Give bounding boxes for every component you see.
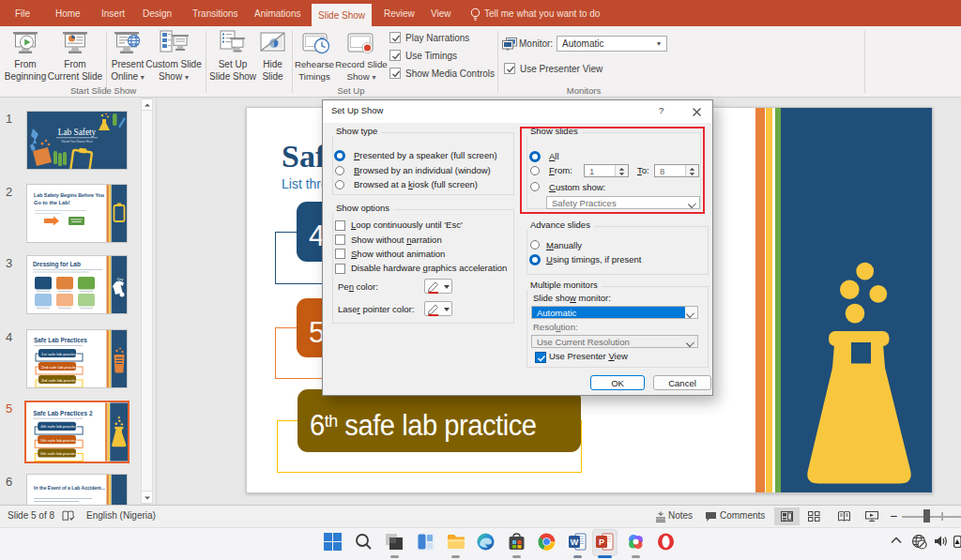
svg-text:Stand You Name Here: Stand You Name Here <box>61 140 93 144</box>
svg-text:2nd safe lab practice: 2nd safe lab practice <box>41 365 79 370</box>
svg-text:Dressing for Lab: Dressing for Lab <box>33 261 81 268</box>
svg-text:P: P <box>599 537 604 547</box>
svg-text:Dry: Dry <box>117 277 123 281</box>
svg-text:5th safe lab practice: 5th safe lab practice <box>40 438 78 443</box>
svg-text:4th safe lab practice: 4th safe lab practice <box>40 424 78 429</box>
svg-text:W: W <box>571 537 579 547</box>
svg-text:Lab Safety Begins Before You: Lab Safety Begins Before You <box>34 192 104 198</box>
svg-text:Safe Lab Practices: Safe Lab Practices <box>34 337 87 343</box>
svg-text:1st safe lab practice: 1st safe lab practice <box>41 352 78 356</box>
svg-text:Go to the Lab!: Go to the Lab! <box>34 200 70 205</box>
svg-text:6th safe lab practice: 6th safe lab practice <box>40 451 78 456</box>
svg-text:Lab Safety: Lab Safety <box>58 128 97 137</box>
svg-text:Safe Lab Practices 2: Safe Lab Practices 2 <box>33 410 93 416</box>
svg-text:In the Event of a Lab Accident: In the Event of a Lab Accident... <box>34 485 105 491</box>
svg-text:3rd safe lab practice: 3rd safe lab practice <box>41 378 78 383</box>
